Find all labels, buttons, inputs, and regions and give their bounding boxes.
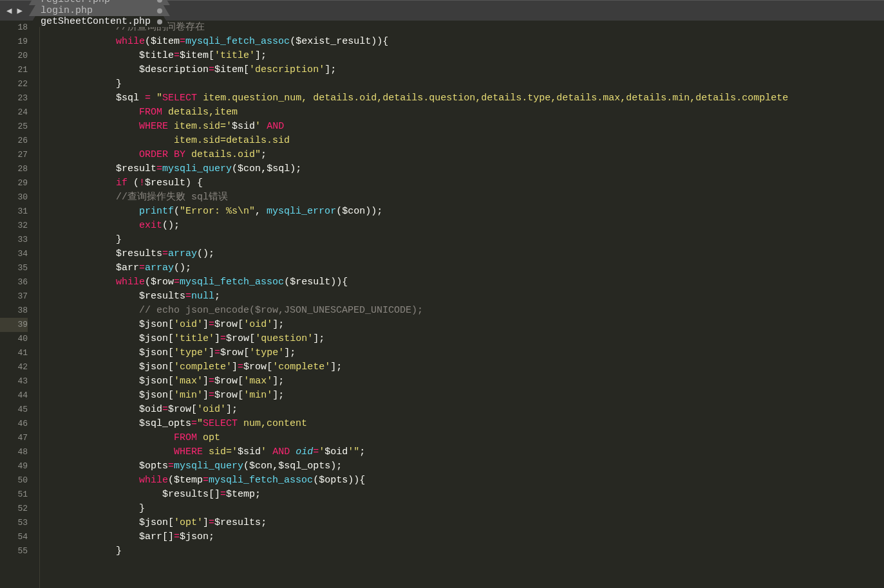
line-number: 37 [0,289,28,304]
code-line[interactable]: $json['type']=$row['type']; [46,346,884,360]
code-line[interactable]: $title=$item['title']; [46,49,884,63]
code-line[interactable]: ORDER BY details.oid"; [46,148,884,162]
tab-login-php[interactable]: login.php [29,5,170,16]
editor: 1819202122232425262728293031323334353637… [0,21,884,588]
line-number: 46 [0,417,28,431]
dirty-indicator-icon[interactable] [157,8,162,14]
tab-label: login.php [41,5,93,16]
code-line[interactable]: $results=null; [46,289,884,304]
code-line[interactable]: WHERE sid='$sid' AND oid='$oid'"; [46,445,884,459]
code-line[interactable]: // echo json_encode($row,JSON_UNESCAPED_… [46,304,884,318]
tab-getSheetContent-php[interactable]: getSheetContent.php [29,16,170,27]
dirty-indicator-icon[interactable] [157,0,162,3]
code-line[interactable]: $opts=mysqli_query($con,$sql_opts); [46,459,884,473]
line-number: 20 [0,49,28,63]
code-line[interactable]: $json['opt']=$results; [46,516,884,530]
code-line[interactable]: printf("Error: %s\n", mysqli_error($con)… [46,205,884,219]
line-number: 45 [0,403,28,417]
line-number: 36 [0,275,28,289]
line-number: 49 [0,459,28,473]
code-line[interactable]: while($temp=mysqli_fetch_assoc($opts)){ [46,473,884,488]
line-number: 28 [0,162,28,176]
code-line[interactable]: $sql_opts="SELECT num,content [46,417,884,431]
line-number: 21 [0,63,28,77]
code-line[interactable]: $description=$item['description']; [46,63,884,77]
code-line[interactable]: exit(); [46,219,884,233]
code-line[interactable]: $json['min']=$row['min']; [46,389,884,403]
line-number: 48 [0,445,28,459]
line-number: 32 [0,219,28,233]
code-line[interactable]: WHERE item.sid='$sid' AND [46,120,884,134]
code-line[interactable]: } [46,544,884,558]
code-line[interactable]: while($item=mysqli_fetch_assoc($exist_re… [46,35,884,49]
line-number: 52 [0,502,28,516]
code-line[interactable]: $results=array(); [46,247,884,261]
code-line[interactable]: FROM details,item [46,106,884,120]
tab-bar: ◀ ▶ register.phplogin.phpgetSheetContent… [0,0,884,21]
line-number: 34 [0,247,28,261]
line-number: 54 [0,530,28,544]
line-number: 31 [0,205,28,219]
code-line[interactable]: $json['complete']=$row['complete']; [46,360,884,374]
line-number: 24 [0,106,28,120]
line-number: 39 [0,318,28,332]
line-number: 50 [0,473,28,488]
code-line[interactable]: } [46,77,884,91]
tab-label: getSheetContent.php [41,16,151,27]
line-number: 22 [0,77,28,91]
code-line[interactable]: while($row=mysqli_fetch_assoc($result)){ [46,275,884,289]
line-number: 35 [0,261,28,275]
code-line[interactable]: } [46,502,884,516]
code-line[interactable]: $result=mysqli_query($con,$sql); [46,162,884,176]
tabs-container: register.phplogin.phpgetSheetContent.php [29,0,171,27]
line-number: 42 [0,360,28,374]
line-number: 47 [0,431,28,445]
line-number: 40 [0,332,28,346]
line-number: 27 [0,148,28,162]
code-line[interactable]: //所查询的问卷存在 [46,21,884,35]
line-number: 25 [0,120,28,134]
line-number: 18 [0,21,28,35]
code-line[interactable]: $json['oid']=$row['oid']; [46,318,884,332]
nav-arrows: ◀ ▶ [0,5,29,16]
line-number: 41 [0,346,28,360]
tab-register-php[interactable]: register.php [29,0,170,5]
line-number: 44 [0,389,28,403]
line-number: 26 [0,134,28,148]
code-line[interactable]: $json['max']=$row['max']; [46,374,884,389]
line-number: 30 [0,190,28,205]
code-line[interactable]: $json['title']=$row['question']; [46,332,884,346]
line-number-gutter: 1819202122232425262728293031323334353637… [0,21,40,588]
tab-label: register.php [41,0,110,5]
back-arrow-icon[interactable]: ◀ [6,5,12,16]
code-line[interactable]: $arr[]=$json; [46,530,884,544]
code-line[interactable]: FROM opt [46,431,884,445]
dirty-indicator-icon[interactable] [157,19,162,24]
code-line[interactable]: //查询操作失败 sql错误 [46,190,884,205]
code-area[interactable]: //所查询的问卷存在 while($item=mysqli_fetch_asso… [40,21,884,588]
code-line[interactable]: $results[]=$temp; [46,488,884,502]
line-number: 51 [0,488,28,502]
line-number: 33 [0,233,28,247]
code-line[interactable]: } [46,233,884,247]
line-number: 55 [0,544,28,558]
forward-arrow-icon[interactable]: ▶ [17,5,22,16]
line-number: 23 [0,91,28,106]
code-line[interactable]: $oid=$row['oid']; [46,403,884,417]
line-number: 43 [0,374,28,389]
code-line[interactable]: item.sid=details.sid [46,134,884,148]
line-number: 53 [0,516,28,530]
code-line[interactable]: if (!$result) { [46,176,884,190]
line-number: 19 [0,35,28,49]
code-line[interactable]: $sql = "SELECT item.question_num, detail… [46,91,884,106]
line-number: 38 [0,304,28,318]
code-line[interactable]: $arr=array(); [46,261,884,275]
line-number: 29 [0,176,28,190]
